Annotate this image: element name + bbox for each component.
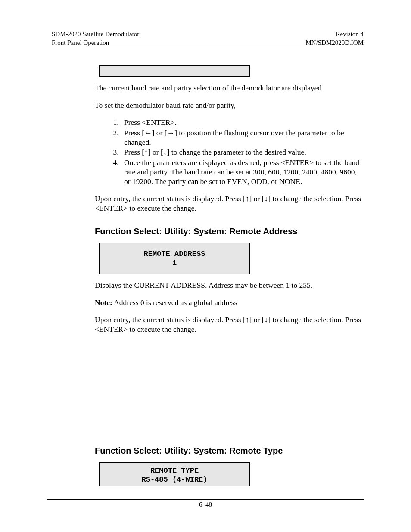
paragraph: The current baud rate and parity selecti…	[95, 84, 364, 93]
header-left-line2: Front Panel Operation	[52, 39, 139, 47]
section-heading-remote-address: Function Select: Utility: System: Remote…	[95, 226, 364, 237]
lcd-line: 1	[100, 258, 249, 268]
lcd-display-empty	[99, 65, 250, 77]
footer-rule	[47, 499, 364, 500]
lcd-display-remote-address: REMOTE ADDRESS 1	[99, 243, 250, 274]
paragraph: Displays the CURRENT ADDRESS. Address ma…	[95, 281, 364, 290]
header-right-line1: Revision 4	[305, 30, 364, 39]
note-text: Address 0 is reserved as a global addres…	[112, 298, 237, 307]
header-right-line2: MN/SDM2020D.IOM	[305, 39, 364, 47]
step-item: Press <ENTER>.	[121, 118, 364, 128]
lcd-line: RS-485 (4-WIRE)	[100, 475, 249, 484]
header-left-line1: SDM-2020 Satellite Demodulator	[52, 30, 139, 39]
page-body: The current baud rate and parity selecti…	[52, 65, 364, 486]
ordered-steps: Press <ENTER>. Press [←] or [→] to posit…	[95, 118, 364, 187]
lcd-display-remote-type: REMOTE TYPE RS-485 (4-WIRE)	[99, 462, 250, 487]
lcd-line: REMOTE ADDRESS	[100, 249, 249, 258]
page-number: 6–48	[0, 501, 411, 508]
note-label: Note:	[95, 298, 112, 307]
paragraph: Upon entry, the current status is displa…	[95, 194, 364, 213]
page: SDM-2020 Satellite Demodulator Front Pan…	[0, 0, 411, 532]
section-heading-remote-type: Function Select: Utility: System: Remote…	[95, 445, 364, 456]
step-item: Press [←] or [→] to position the flashin…	[121, 128, 364, 147]
lcd-line: REMOTE TYPE	[100, 466, 249, 475]
page-header: SDM-2020 Satellite Demodulator Front Pan…	[52, 30, 364, 48]
step-item: Press [↑] or [↓] to change the parameter…	[121, 148, 364, 157]
header-right: Revision 4 MN/SDM2020D.IOM	[305, 30, 364, 47]
header-left: SDM-2020 Satellite Demodulator Front Pan…	[52, 30, 139, 47]
spacer	[95, 342, 364, 432]
paragraph: Upon entry, the current status is displa…	[95, 315, 364, 334]
paragraph: To set the demodulator baud rate and/or …	[95, 101, 364, 110]
note: Note: Address 0 is reserved as a global …	[95, 298, 364, 308]
step-item: Once the parameters are displayed as des…	[121, 158, 364, 187]
